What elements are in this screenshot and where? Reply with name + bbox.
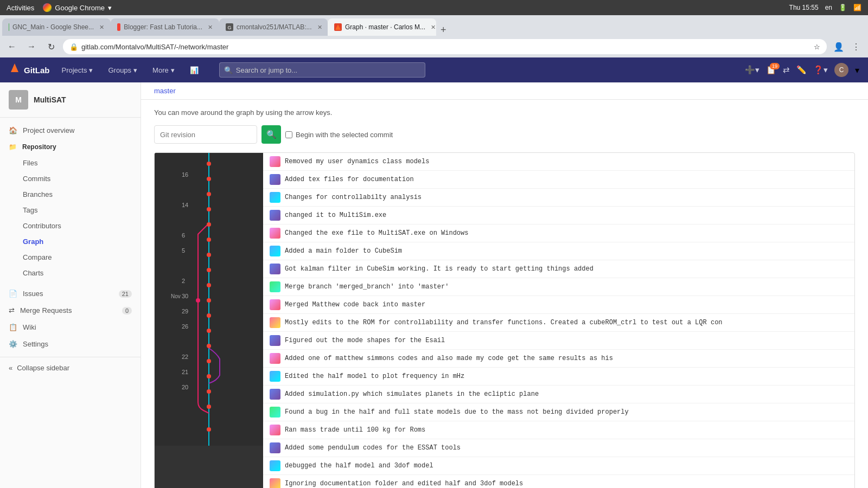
tab-3[interactable]: G cmontalvo251/MATLAB:... ✕ [219,18,328,36]
commit-item[interactable]: Ignoring documentation folder and edited… [263,475,854,488]
bookmark-icon[interactable]: ☆ [814,43,820,51]
commit-item[interactable]: Found a bug in the half and full state m… [263,403,854,421]
commit-item[interactable]: Merge branch 'merged_branch' into 'maste… [263,278,854,296]
commit-item[interactable]: Added one of matthew simmons codes and a… [263,350,854,368]
sidebar-item-charts[interactable]: Charts [0,265,141,281]
svg-text:5: 5 [182,247,185,254]
tab-bar: GNC_Main - Google Shee... ✕ Blogger: Fas… [0,15,868,36]
breadcrumb-master[interactable]: master [154,87,176,95]
commit-message: Merged Matthew code back into master [285,301,425,309]
commits-label: Commits [23,175,50,183]
tab-1[interactable]: GNC_Main - Google Shee... ✕ [2,18,111,36]
commit-item[interactable]: Added simulation.py which simulates plan… [263,386,854,403]
commit-avatar [270,299,280,310]
extensions-btn[interactable]: ⋮ [848,39,864,54]
commit-message: Mostly edits to the ROM for controllabil… [285,319,723,326]
begin-commit-checkbox[interactable] [285,131,292,138]
svg-point-34 [207,389,211,394]
repo-icon: 📁 [9,143,17,151]
sidebar-item-merge-requests[interactable]: ⇄ Merge Requests 0 [0,302,141,319]
sidebar-item-branches[interactable]: Branches [0,187,141,202]
graph-view: 16 14 6 5 2 Nov 30 29 26 22 21 [154,152,855,488]
sidebar-item-overview[interactable]: 🏠 Project overview [0,122,141,139]
commit-item[interactable]: Ran mass trade until 100 kg for Roms [263,421,854,439]
new-tab-button[interactable]: + [436,24,451,36]
main-content: master You can move around the graph by … [141,82,868,488]
svg-point-18 [207,162,211,166]
tags-label: Tags [23,206,37,214]
repository-label: Repository [22,143,56,151]
issues-btn[interactable]: ✏️ [796,65,807,75]
commit-item[interactable]: Merged Matthew code back into master [263,296,854,314]
overview-label: Project overview [23,126,74,134]
commit-avatar [270,478,280,488]
revision-search-button[interactable]: 🔍 [261,125,281,144]
commit-item[interactable]: Removed my user dynamics class models [263,153,854,171]
home-icon: 🏠 [9,126,17,134]
tab-2-close[interactable]: ✕ [208,24,213,31]
global-search[interactable]: 🔍 Search or jump to... [219,62,425,78]
activities-label[interactable]: Activities [7,4,34,12]
tab-3-close[interactable]: ✕ [317,24,322,31]
back-button[interactable]: ← [4,39,20,54]
begin-commit-label[interactable]: Begin with the selected commit [285,131,393,139]
help-btn[interactable]: ❓▾ [813,65,828,75]
nav-more[interactable]: More▾ [149,66,178,74]
gitlab-header: GitLab Projects▾ Groups▾ More▾ 📊 🔍 Searc… [0,57,868,82]
tab-4[interactable]: Graph · master · Carlos M... ✕ [328,18,436,36]
user-profile-btn[interactable]: 👤 [831,39,846,54]
commit-item[interactable]: Figured out the mode shapes for the Esai… [263,332,854,350]
project-name: MultiSAT [34,95,66,104]
gitlab-logo-icon [9,62,21,78]
address-row: ← → ↻ 🔒 gitlab.com/Montalvo/MultiSAT/-/n… [0,36,868,57]
commit-item[interactable]: Edited the half model to plot frequency … [263,368,854,386]
sidebar-item-files[interactable]: Files [0,155,141,171]
commit-item[interactable]: Changes for controllabilty analysis [263,189,854,207]
commit-item[interactable]: debugged the half model and 3dof model [263,457,854,475]
tab-1-close[interactable]: ✕ [99,24,104,31]
sidebar-item-settings[interactable]: ⚙️ Settings [0,336,141,352]
project-avatar: M [9,90,28,110]
commit-item[interactable]: changed it to MultiSim.exe [263,207,854,224]
tab-4-label: Graph · master · Carlos M... [345,23,425,31]
address-bar[interactable]: 🔒 gitlab.com/Montalvo/MultiSAT/-/network… [63,39,827,54]
settings-label: Settings [23,340,48,348]
nav-groups[interactable]: Groups▾ [105,66,141,74]
commit-item[interactable]: Added tex files for documentation [263,171,854,189]
svg-text:16: 16 [182,171,188,178]
commit-item[interactable]: Mostly edits to the ROM for controllabil… [263,314,854,332]
commit-message: Added some pendulum codes for the ESSAT … [285,444,461,452]
tab-4-close[interactable]: ✕ [431,24,436,31]
gitlab-logo[interactable]: GitLab [9,62,50,78]
commit-item[interactable]: Added some pendulum codes for the ESSAT … [263,439,854,457]
svg-point-29 [207,313,211,318]
create-btn[interactable]: ➕▾ [745,65,760,75]
sidebar-item-commits[interactable]: Commits [0,171,141,187]
commit-avatar [270,210,280,221]
commit-item[interactable]: Changed the exe file to MultiSAT.exe on … [263,224,854,242]
nav-chart[interactable]: 📊 [187,66,202,74]
sidebar-item-repository[interactable]: 📁 Repository [0,139,141,155]
collapse-sidebar-btn[interactable]: « Collapse sidebar [9,364,132,372]
git-revision-input[interactable] [154,125,257,144]
project-header: M MultiSAT [0,82,141,118]
os-lang: en [825,4,832,11]
compare-label: Compare [23,253,52,261]
sidebar-item-contributors[interactable]: Contributors [0,218,141,234]
reload-button[interactable]: ↻ [43,39,59,54]
tab-4-favicon [334,23,342,31]
sidebar-item-tags[interactable]: Tags [0,202,141,218]
merge-requests-btn[interactable]: ⇄ [783,65,790,75]
files-label: Files [23,159,37,167]
nav-projects[interactable]: Projects▾ [59,66,97,74]
sidebar-item-issues[interactable]: 📄 Issues 21 [0,285,141,302]
notifications-btn[interactable]: 📋 19 [766,65,776,75]
sidebar-item-wiki[interactable]: 📋 Wiki [0,319,141,336]
commit-item[interactable]: Added a main folder to CubeSim [263,242,854,260]
sidebar-item-graph[interactable]: Graph [0,234,141,249]
sidebar-item-compare[interactable]: Compare [0,249,141,265]
user-avatar[interactable]: C [834,63,848,77]
commit-item[interactable]: Got kalman filter in CubeSim working. It… [263,260,854,278]
forward-button[interactable]: → [24,39,39,54]
tab-2[interactable]: Blogger: Fast Lab Tutoria... ✕ [111,18,219,36]
